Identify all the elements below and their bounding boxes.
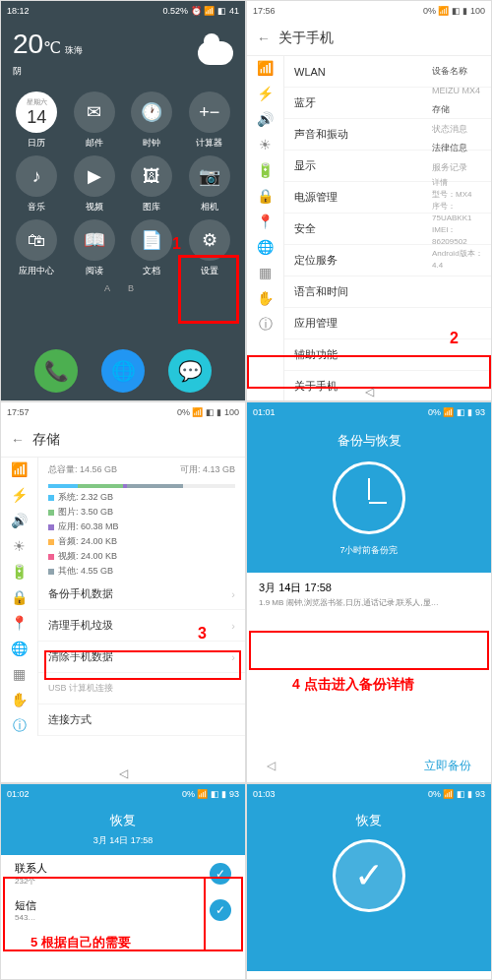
app-日历[interactable]: 星期六14日历 xyxy=(11,92,63,150)
app-视频[interactable]: ▶视频 xyxy=(69,155,121,214)
list-item[interactable]: 备份手机数据› xyxy=(38,579,245,610)
app-图库[interactable]: 🖼图库 xyxy=(126,155,178,214)
highlight-box xyxy=(249,631,489,670)
app-grid: 星期六14日历✉邮件🕐时钟+−计算器♪音乐▶视频🖼图库📷相机🛍应用中心📖阅读📄文… xyxy=(1,86,245,283)
list-item[interactable]: 语言和时间 xyxy=(284,276,491,308)
highlight-box xyxy=(247,355,491,389)
nav-back[interactable]: ◁ xyxy=(247,385,491,398)
status-bar: 17:570% 📶 ◧ ▮ 100 xyxy=(1,402,245,422)
header: ←存储 xyxy=(1,422,245,458)
back-icon[interactable]: ← xyxy=(257,31,271,46)
app-阅读[interactable]: 📖阅读 xyxy=(69,219,121,277)
backup-now-button[interactable]: 立即备份 xyxy=(424,758,471,774)
app-应用中心[interactable]: 🛍应用中心 xyxy=(11,219,63,277)
app-文档[interactable]: 📄文档 xyxy=(126,219,178,277)
list-item[interactable]: 清理手机垃圾› xyxy=(38,610,245,642)
backup-header: 备份与恢复 7小时前备份完 xyxy=(247,422,491,573)
annotation: 2 xyxy=(450,330,459,347)
storage-bar xyxy=(48,484,235,488)
app-计算器[interactable]: +−计算器 xyxy=(184,92,236,150)
status-bar: 01:020% 📶 ◧ ▮ 93 xyxy=(1,784,245,804)
app-邮件[interactable]: ✉邮件 xyxy=(69,92,121,150)
restore-header: 恢复3月 14日 17:58 xyxy=(1,804,245,855)
clock-icon xyxy=(333,461,405,534)
backup-item[interactable]: 3月 14日 17:581.9 MB 闹钟,浏览器书签,日历,通话记录,联系人,… xyxy=(247,573,491,616)
back-icon[interactable]: ← xyxy=(11,432,25,448)
highlight-box xyxy=(44,650,241,680)
weather-widget[interactable]: 20℃珠海阴 xyxy=(1,21,245,86)
annotation: 5 根据自己的需要 xyxy=(31,934,131,951)
detail-panel: 设备名称MEIZU MX4存储状态消息法律信息服务记录详情型号：MX4序号：75… xyxy=(426,56,491,277)
status-bar: 01:010% 📶 ◧ ▮ 93 xyxy=(247,402,491,422)
header: ←关于手机 xyxy=(247,21,491,56)
check-icon: ✓ xyxy=(333,839,405,912)
status-bar: 01:030% 📶 ◧ ▮ 93 xyxy=(247,784,491,804)
status-bar: 18:12 0.52% ⏰ 📶 ◧ 41 xyxy=(1,1,245,21)
restore-header: 恢复 ✓ xyxy=(247,804,491,971)
nav-back[interactable]: ◁ xyxy=(1,766,245,780)
browser-icon[interactable]: 🌐 xyxy=(101,349,145,393)
nav-back[interactable]: ◁ xyxy=(267,759,276,772)
icon-column: 📶⚡🔊☀🔋🔒📍🌐▦✋ⓘ xyxy=(1,458,38,736)
highlight-box xyxy=(204,877,243,951)
icon-column: 📶⚡🔊☀🔋🔒📍🌐▦✋ⓘ xyxy=(247,56,284,401)
cloud-icon xyxy=(198,41,233,65)
list-item[interactable]: 应用管理 xyxy=(284,308,491,339)
app-时钟[interactable]: 🕐时钟 xyxy=(126,92,178,150)
highlight-box xyxy=(178,255,239,324)
dock: 📞 🌐 💬 xyxy=(1,349,245,393)
status-bar: 17:560% 📶 ◧ ▮ 100 xyxy=(247,1,491,21)
message-icon[interactable]: 💬 xyxy=(168,349,212,393)
phone-icon[interactable]: 📞 xyxy=(34,349,78,393)
annotation: 1 xyxy=(172,235,181,253)
annotation: 4 点击进入备份详情 xyxy=(292,676,414,694)
annotation: 3 xyxy=(198,625,207,643)
app-音乐[interactable]: ♪音乐 xyxy=(11,155,63,214)
list-item[interactable]: 连接方式 xyxy=(38,704,245,736)
app-相机[interactable]: 📷相机 xyxy=(184,155,236,214)
